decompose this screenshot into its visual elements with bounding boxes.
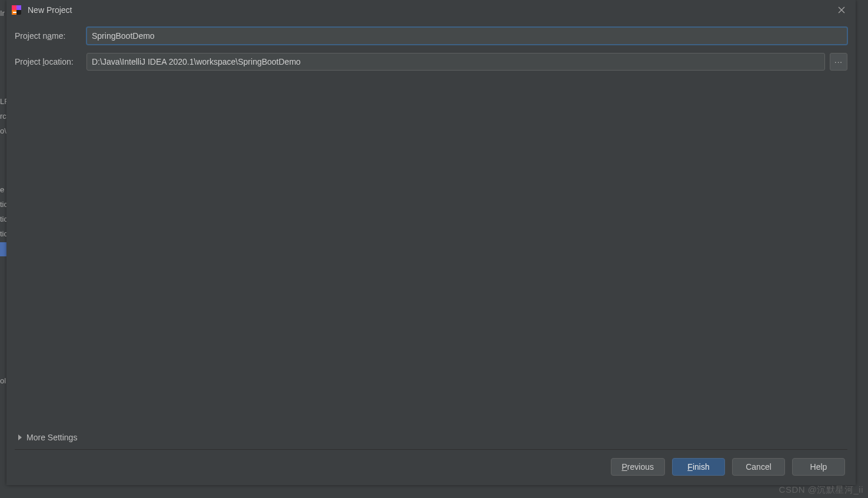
more-settings-toggle[interactable]: More Settings	[15, 429, 847, 446]
ellipsis-icon: ...	[834, 56, 843, 65]
background-fragment: Ir	[0, 6, 5, 21]
project-name-row: Project name:	[15, 27, 847, 45]
project-location-row: Project location: ...	[15, 53, 847, 71]
background-fragment: rc	[0, 109, 6, 123]
button-row: Previous Finish Cancel Help	[6, 450, 856, 485]
project-location-label: Project location:	[15, 57, 87, 66]
more-settings-row: More Settings	[6, 429, 856, 448]
background-fragment: ol	[0, 373, 6, 388]
dialog-title: New Project	[28, 5, 72, 15]
project-name-input[interactable]	[87, 27, 847, 45]
form-area: Project name: Project location: ...	[6, 20, 856, 79]
background-fragment: e	[0, 182, 4, 197]
project-location-input[interactable]	[87, 53, 825, 71]
new-project-dialog: New Project Project name: Project locati…	[6, 0, 856, 485]
close-button[interactable]	[833, 2, 850, 18]
dialog-body-filler	[6, 79, 856, 429]
project-name-label: Project name:	[15, 31, 87, 41]
chevron-right-icon	[18, 435, 22, 440]
dialog-title-bar: New Project	[6, 0, 856, 20]
svg-rect-1	[12, 5, 16, 10]
close-icon	[837, 6, 846, 14]
svg-rect-2	[16, 5, 21, 10]
background-fragment: o\	[0, 123, 6, 138]
svg-rect-4	[13, 12, 16, 13]
help-button[interactable]: Help	[792, 458, 845, 476]
background-selected-row	[0, 242, 6, 256]
previous-button[interactable]: Previous	[611, 458, 665, 476]
intellij-icon	[11, 5, 22, 15]
cancel-button[interactable]: Cancel	[732, 458, 785, 476]
browse-location-button[interactable]: ...	[830, 53, 847, 71]
more-settings-label: More Settings	[26, 433, 77, 442]
finish-button[interactable]: Finish	[672, 458, 725, 476]
